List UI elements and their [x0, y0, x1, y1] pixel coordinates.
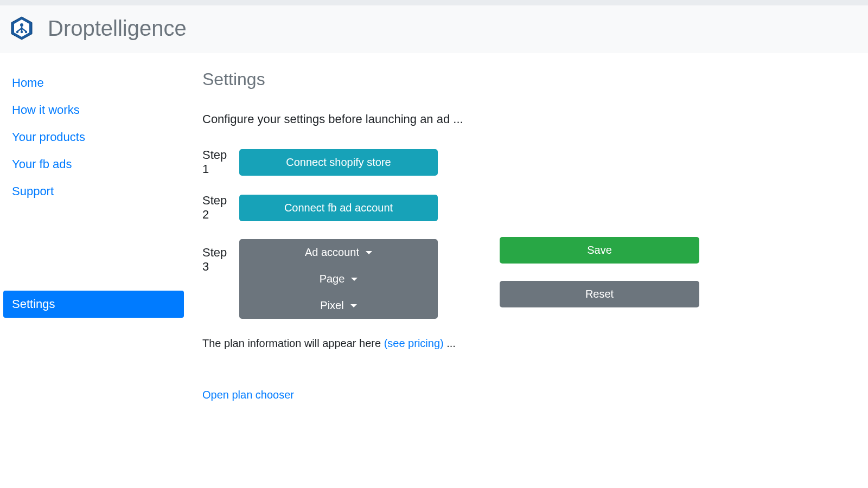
open-plan-chooser-link[interactable]: Open plan chooser	[202, 389, 853, 401]
body: Home How it works Your products Your fb …	[0, 53, 868, 401]
step-1-label: Step 1	[202, 148, 236, 176]
plan-text-prefix: The plan information will appear here	[202, 337, 384, 349]
intro-text: Configure your settings before launching…	[202, 112, 853, 126]
pixel-label: Pixel	[320, 299, 343, 312]
plan-info: The plan information will appear here (s…	[202, 337, 853, 350]
svg-point-6	[16, 31, 18, 33]
reset-label: Reset	[585, 288, 614, 300]
caret-down-icon	[366, 251, 372, 254]
sidebar-item-settings[interactable]: Settings	[3, 291, 184, 318]
top-strip	[0, 0, 868, 5]
step-2-label: Step 2	[202, 194, 236, 222]
main-content: Settings Configure your settings before …	[187, 69, 868, 401]
header: Droptelligence	[0, 5, 868, 53]
plan-text-suffix: ...	[444, 337, 456, 349]
page-title: Settings	[202, 69, 853, 89]
steps-column: Step 1 Connect shopify store Step 2 Conn…	[202, 148, 438, 319]
connect-shopify-label: Connect shopify store	[286, 156, 391, 169]
sidebar-item-your-products[interactable]: Your products	[3, 124, 184, 151]
ad-account-label: Ad account	[305, 246, 359, 259]
save-button[interactable]: Save	[500, 237, 699, 264]
svg-point-7	[21, 31, 23, 33]
reset-button[interactable]: Reset	[500, 281, 699, 307]
step-2-row: Step 2 Connect fb ad account	[202, 194, 438, 222]
page-dropdown[interactable]: Page	[239, 266, 438, 292]
see-pricing-link[interactable]: (see pricing)	[384, 337, 444, 349]
page-label: Page	[320, 273, 345, 285]
ad-account-dropdown[interactable]: Ad account	[239, 239, 438, 266]
steps-area: Step 1 Connect shopify store Step 2 Conn…	[202, 148, 853, 319]
svg-point-8	[25, 31, 27, 33]
step-3-label: Step 3	[202, 239, 236, 274]
pixel-dropdown[interactable]: Pixel	[239, 292, 438, 319]
app-title: Droptelligence	[48, 16, 187, 41]
caret-down-icon	[351, 278, 358, 281]
sidebar-spacer	[3, 205, 184, 291]
sidebar-item-how-it-works[interactable]: How it works	[3, 97, 184, 124]
save-label: Save	[587, 244, 612, 256]
step-3-row: Step 3 Ad account Page Pixel	[202, 239, 438, 319]
sidebar-item-support[interactable]: Support	[3, 178, 184, 205]
step-1-row: Step 1 Connect shopify store	[202, 148, 438, 176]
step-3-dropdowns: Ad account Page Pixel	[239, 239, 438, 319]
sidebar-item-home[interactable]: Home	[3, 69, 184, 97]
connect-shopify-button[interactable]: Connect shopify store	[239, 149, 438, 176]
app-logo	[9, 15, 35, 41]
connect-fb-label: Connect fb ad account	[284, 202, 393, 214]
caret-down-icon	[350, 304, 357, 307]
actions-column: Save Reset	[500, 237, 699, 307]
connect-fb-button[interactable]: Connect fb ad account	[239, 195, 438, 221]
sidebar: Home How it works Your products Your fb …	[0, 69, 187, 401]
sidebar-item-your-fb-ads[interactable]: Your fb ads	[3, 151, 184, 178]
svg-point-2	[20, 23, 23, 27]
